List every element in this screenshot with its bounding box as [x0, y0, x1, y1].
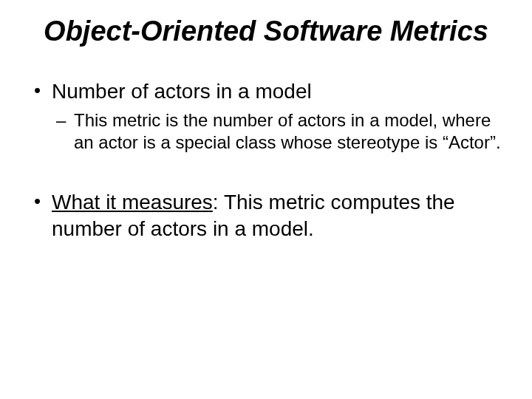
sub-bullet-list: This metric is the number of actors in a… — [52, 109, 502, 154]
bullet-2-lead: What it measures — [52, 191, 213, 214]
bullet-1: Number of actors in a model This metric … — [30, 78, 502, 154]
sub-bullet-1: This metric is the number of actors in a… — [52, 109, 502, 154]
slide-title: Object-Oriented Software Metrics — [30, 15, 502, 49]
slide: Object-Oriented Software Metrics Number … — [0, 0, 532, 399]
bullet-1-text: Number of actors in a model — [52, 80, 312, 103]
spacer — [30, 161, 502, 189]
bullet-list: Number of actors in a model This metric … — [30, 78, 502, 154]
bullet-2: What it measures: This metric computes t… — [30, 189, 502, 243]
bullet-list-2: What it measures: This metric computes t… — [30, 189, 502, 243]
